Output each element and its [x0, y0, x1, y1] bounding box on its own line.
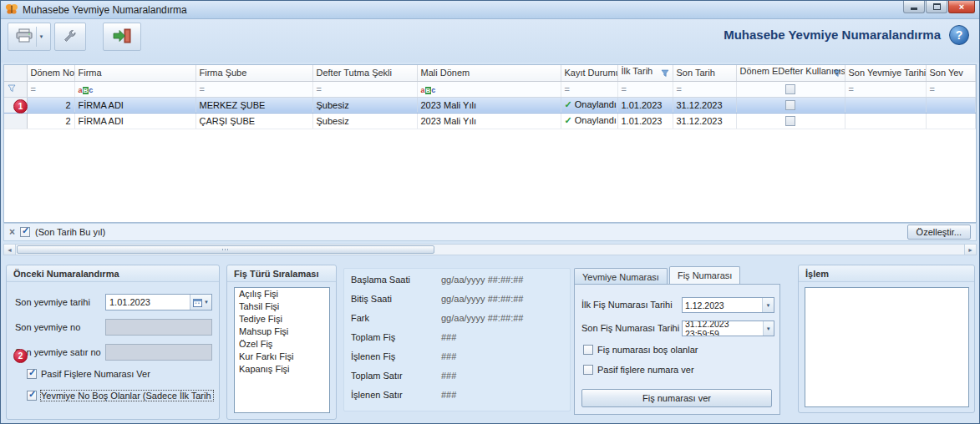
- column-header-firma[interactable]: Firma: [74, 65, 195, 81]
- clear-filter-button[interactable]: ×: [9, 226, 15, 238]
- printer-icon: [15, 28, 33, 45]
- maximize-button[interactable]: [926, 1, 947, 13]
- filter-cell[interactable]: =: [926, 81, 976, 97]
- minimize-button[interactable]: [903, 1, 925, 13]
- column-header-mali-donem[interactable]: Mali Dönem: [417, 65, 561, 81]
- checkbox-icon: [583, 365, 593, 375]
- column-header-defter-tutma[interactable]: Defter Tutma Şekli: [312, 65, 417, 81]
- checkbox-label: Yevmiye No Boş Olanlar (Sadece İlk Tarih…: [41, 391, 213, 401]
- approved-check-icon: ✓: [565, 115, 572, 125]
- son-yevmiye-satir-no-input: [105, 344, 212, 361]
- stat-label: Başlama Saati: [351, 275, 441, 294]
- filter-cell[interactable]: =: [845, 81, 926, 97]
- list-item[interactable]: Tahsil Fişi: [235, 300, 329, 313]
- column-label: Firma Şube: [200, 68, 247, 78]
- tab-fis-numarasi[interactable]: Fiş Numarası: [669, 266, 740, 285]
- filter-cell[interactable]: =: [312, 81, 417, 97]
- exit-button[interactable]: [103, 23, 141, 51]
- cell-firma: FİRMA ADI: [74, 113, 195, 129]
- list-item[interactable]: Mahsup Fişi: [235, 326, 329, 338]
- kayit-durumu-label: Onaylandı: [575, 99, 617, 109]
- filter-active-checkbox[interactable]: [20, 227, 30, 237]
- stat-label: Fark: [351, 313, 441, 332]
- list-item[interactable]: Açılış Fişi: [235, 288, 329, 300]
- print-button[interactable]: ▼: [8, 23, 51, 51]
- list-item[interactable]: Özel Fiş: [235, 338, 329, 351]
- scroll-right-icon[interactable]: ►: [964, 245, 976, 255]
- filter-cell[interactable]: [736, 81, 845, 97]
- son-yevmiye-tarihi-input[interactable]: 1.01.2023 ▼: [105, 294, 212, 310]
- list-item[interactable]: Kapanış Fişi: [235, 363, 329, 376]
- edefter-checkbox[interactable]: [785, 100, 795, 110]
- tab-yevmiye-numarasi[interactable]: Yevmiye Numarası: [574, 268, 668, 285]
- filter-operator: =: [849, 84, 854, 94]
- step-badge-2: 2: [13, 349, 28, 363]
- stat-value: gg/aa/yyyy ##:##:##: [441, 313, 523, 332]
- pasif-fislere-numara-checkbox[interactable]: Pasif Fişlere Numarası Ver: [27, 369, 212, 379]
- help-button[interactable]: ?: [949, 25, 969, 45]
- yevmiye-no-bos-olanlar-checkbox[interactable]: Yevmiye No Boş Olanlar (Sadece İlk Tarih…: [27, 391, 216, 401]
- column-label: Son Yev: [930, 68, 963, 78]
- cell-mali-donem: 2023 Mali Yılı: [417, 97, 561, 113]
- column-header-firma-sube[interactable]: Firma Şube: [195, 65, 312, 81]
- islem-log-listbox[interactable]: [805, 287, 969, 407]
- list-item[interactable]: Tediye Fişi: [235, 313, 329, 326]
- calendar-icon: [193, 298, 202, 307]
- column-header-edefter-kullanici[interactable]: Dönem EDefter Kullanıcısı: [736, 65, 845, 81]
- fis-numarasi-ver-button[interactable]: Fiş numarası ver: [581, 389, 772, 407]
- column-header-donem-no[interactable]: Dönem No: [27, 65, 74, 81]
- grid-filter-row: = aBc = = aBc = = = = =: [4, 81, 976, 97]
- column-label: Mali Dönem: [421, 68, 470, 78]
- column-header-son-tarih[interactable]: Son Tarih: [673, 65, 736, 81]
- filter-cell[interactable]: =: [673, 81, 736, 97]
- filter-cell[interactable]: =: [561, 81, 617, 97]
- stat-label: İşlenen Fiş: [351, 351, 441, 371]
- column-label: Dönem No: [31, 68, 75, 78]
- scroll-left-icon[interactable]: ◄: [4, 245, 16, 255]
- column-label: Kayıt Durumu: [565, 68, 618, 78]
- son-fis-numarasi-tarihi-combo[interactable]: 31.12.2023 23:59:59 ▼: [682, 321, 774, 336]
- table-row-selected[interactable]: 2 FİRMA ADI MERKEZ ŞUBE Şubesiz 2023 Mal…: [4, 97, 976, 113]
- filter-cell[interactable]: aBc: [417, 81, 561, 97]
- fis-numarasi-bos-olanlar-checkbox[interactable]: Fiş numarası boş olanlar: [583, 345, 767, 355]
- field-label: Son yevmiye tarihi: [15, 294, 90, 310]
- filter-cell[interactable]: =: [195, 81, 312, 97]
- filter-funnel-icon[interactable]: [661, 69, 669, 79]
- fis-turu-listbox[interactable]: Açılış Fişi Tahsil Fişi Tediye Fişi Mahs…: [234, 287, 330, 413]
- column-header-son-yev[interactable]: Son Yev: [926, 65, 976, 81]
- close-button[interactable]: ×: [948, 1, 975, 13]
- stat-label: Toplam Fiş: [351, 332, 441, 351]
- filter-cell[interactable]: =: [617, 81, 673, 97]
- filter-cell[interactable]: aBc: [74, 81, 195, 97]
- print-settings-button[interactable]: [54, 23, 86, 51]
- column-header-son-yevmiye-tarihi[interactable]: Son Yevmiye Tarihi: [845, 65, 926, 81]
- cell-son-tarih: 31.12.2023: [673, 113, 736, 129]
- cell-empty: [926, 97, 976, 113]
- scrollbar-thumb[interactable]: [17, 245, 434, 254]
- table-row[interactable]: 2 FİRMA ADI ÇARŞI ŞUBE Şubesiz 2023 Mali…: [4, 113, 976, 129]
- stat-value: ###: [441, 371, 456, 390]
- chevron-down-icon: ▼: [763, 321, 774, 336]
- column-header-kayit-durumu[interactable]: Kayıt Durumu: [561, 65, 617, 81]
- print-dropdown-icon[interactable]: ▼: [39, 34, 44, 39]
- ilk-fis-numarasi-tarihi-combo[interactable]: 1.12.2023 ▼: [682, 297, 774, 313]
- stat-value: gg/aa/yyyy ##:##:##: [441, 275, 523, 294]
- son-yevmiye-no-input: [105, 319, 212, 336]
- stat-value: ###: [441, 332, 456, 351]
- cell-firma: FİRMA ADI: [74, 97, 195, 113]
- cell-empty: [845, 113, 926, 129]
- horizontal-scrollbar[interactable]: ◄ ►: [3, 244, 977, 255]
- group-caption: Fiş Türü Sıralaması: [227, 265, 336, 282]
- list-item[interactable]: Kur Farkı Fişi: [235, 351, 329, 363]
- active-filter-label: (Son Tarih Bu yıl): [35, 227, 105, 237]
- column-header-ilk-tarih[interactable]: İlk Tarih: [617, 65, 673, 81]
- checkbox-label: Pasif Fişlere Numarası Ver: [41, 369, 150, 379]
- date-picker-button[interactable]: ▼: [190, 295, 211, 310]
- combo-value: 1.12.2023: [685, 300, 724, 310]
- customize-button[interactable]: Özelleştir...: [907, 225, 971, 240]
- cell-edefter: [736, 113, 845, 129]
- pasif-fislere-numara-ver-checkbox[interactable]: Pasif fişlere numara ver: [583, 365, 767, 375]
- filter-cell[interactable]: =: [27, 81, 74, 97]
- chevron-down-icon: ▼: [762, 298, 774, 312]
- edefter-checkbox[interactable]: [785, 116, 795, 126]
